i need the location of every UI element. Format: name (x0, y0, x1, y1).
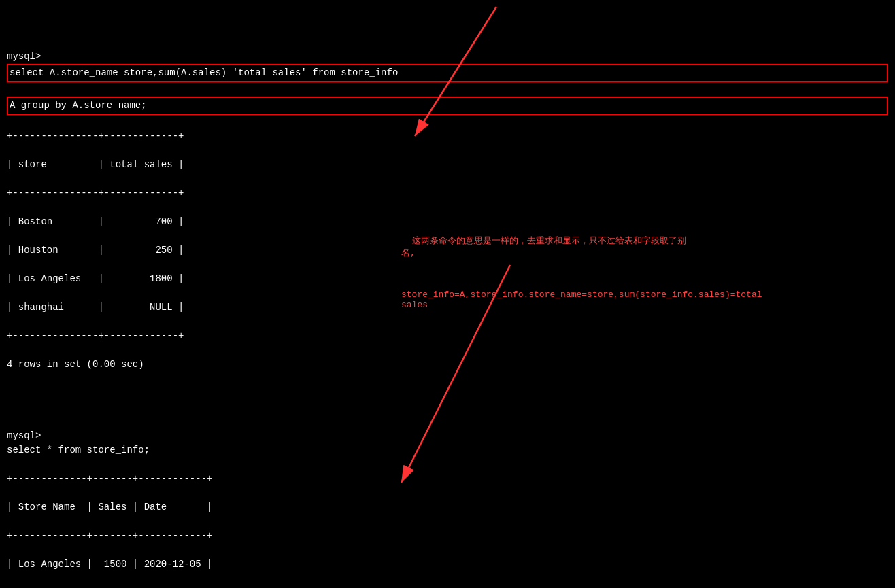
block2-prompt: mysql> (7, 429, 888, 443)
block2-header: | Store_Name | Sales | Date | (7, 500, 888, 515)
annotation-text: 这两条命令的意思是一样的，去重求和显示，只不过给表和字段取了别名, store_… (401, 224, 694, 310)
block1-prompt: mysql> (7, 50, 888, 64)
block2-row0: | Los Angeles | 1500 | 2020-12-05 | (7, 557, 888, 572)
block1-sep2: +---------------+-------------+ (7, 186, 888, 201)
annotation-line1: 这两条命令的意思是一样的，去重求和显示，只不过给表和字段取了别名, (401, 236, 686, 258)
block1-header: | store | total sales | (7, 158, 888, 172)
block2-sql: select * from store_info; (7, 443, 888, 457)
block1-sql-line2-highlight: A group by A.store_name; (7, 97, 888, 115)
block2-blank (7, 400, 888, 415)
block1-result: 4 rows in set (0.00 sec) (7, 358, 888, 372)
block1-sep1: +---------------+-------------+ (7, 129, 888, 143)
block2-sep1: +-------------+-------+------------+ (7, 472, 888, 486)
block2-sep2: +-------------+-------+------------+ (7, 529, 888, 543)
block1-sep3: +---------------+-------------+ (7, 329, 888, 343)
block1-sql-highlight: select A.store_name store,sum(A.sales) '… (7, 64, 888, 82)
